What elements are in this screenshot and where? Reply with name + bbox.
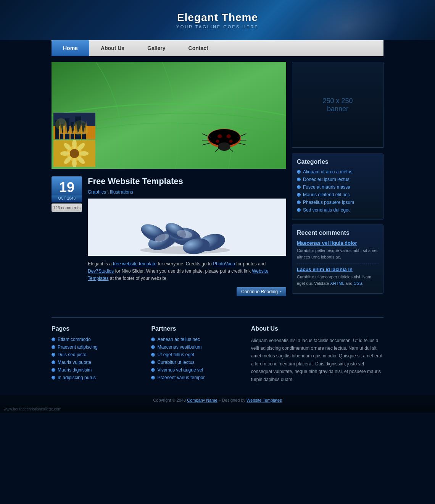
footer-page-6[interactable]: In adipiscing purus: [52, 375, 140, 380]
slider-main-image: [52, 62, 286, 169]
website-templates-footer-link[interactable]: Website Templates: [246, 398, 282, 402]
cat-label-4: Mauris eleifend elit nec: [303, 192, 350, 197]
site-tagline: YOUR TAGLINE GOES HERE: [176, 24, 258, 29]
footer-about-text: Aliquam venenatis nisl a lacus facilisis…: [251, 337, 383, 383]
comment-text-2: Curabitur ullamcorper ultricies nisi. Na…: [297, 274, 379, 286]
svg-point-25: [72, 120, 88, 136]
footer-partner-2[interactable]: Maecenas vestibulum: [151, 344, 239, 350]
company-name-link[interactable]: Company Name: [187, 398, 217, 402]
footer-page-5[interactable]: Mauris dignissim: [52, 367, 140, 373]
nav-item-about[interactable]: About Us: [89, 40, 136, 56]
post-body: Free Website Templates Graphics \ Illust…: [88, 176, 286, 296]
cat-bullet-icon: [297, 178, 301, 181]
footer-partners-col: Partners Aenean ac tellus nec Maecenas v…: [151, 325, 239, 383]
footer-partner-3[interactable]: Ut eget tellus eget: [151, 352, 239, 357]
cat-item-1[interactable]: Aliquam ut arcu a metus: [297, 169, 379, 174]
bullet-icon: [151, 368, 155, 372]
svg-point-28: [70, 149, 79, 158]
categories-widget: Categories Aliquam ut arcu a metus Donec…: [292, 153, 383, 220]
slider-thumb-1[interactable]: [53, 113, 95, 139]
post-title: Free Website Templates: [88, 176, 286, 186]
cat-bullet-icon: [297, 200, 301, 204]
copyright-text1: Copyright © 2048: [153, 398, 187, 402]
footer-columns: Pages Etiam commodo Praesent adipiscing …: [52, 317, 383, 383]
cat-item-5[interactable]: Phasellus posuere ipsum: [297, 200, 379, 205]
slider-thumb-2[interactable]: [53, 140, 95, 167]
dev7studios-link[interactable]: Dev7Studios: [88, 268, 114, 274]
comment-title-2[interactable]: Lacus enim id lacinia in: [297, 267, 379, 272]
cat-label-5: Phasellus posuere ipsum: [303, 200, 354, 205]
cat-bullet-icon: [297, 170, 301, 174]
post-text: Elegant is a free website template for e…: [88, 260, 286, 283]
post-categories: Graphics \ Illustrations: [88, 189, 286, 195]
footer-page-1[interactable]: Etiam commodo: [52, 337, 140, 342]
photovaco-link[interactable]: PhotoVaco: [213, 261, 235, 267]
free-template-link[interactable]: free website template: [113, 261, 156, 267]
date-number: 19: [52, 176, 82, 195]
bullet-icon: [151, 345, 155, 349]
image-slider[interactable]: [52, 62, 286, 169]
copyright-bar: Copyright © 2048 Company Name – Designed…: [0, 395, 435, 405]
svg-point-35: [60, 151, 69, 156]
site-header: Elegant Theme YOUR TAGLINE GOES HERE: [0, 0, 435, 40]
bullet-icon: [52, 376, 55, 380]
nav-item-home[interactable]: Home: [52, 40, 89, 56]
status-url: www.heritagechristiancollege.com: [4, 407, 61, 411]
svg-point-6: [229, 140, 232, 143]
svg-point-31: [79, 151, 89, 156]
recent-comments-title: Recent comments: [297, 229, 379, 236]
cat-label-6: Sed venenatis dui eget: [303, 207, 350, 213]
cat-graphics-link[interactable]: Graphics: [88, 189, 106, 195]
cat-item-2[interactable]: Donec eu ipsum lectus: [297, 177, 379, 182]
nav-item-gallery[interactable]: Gallery: [136, 40, 177, 56]
footer-about-col: About Us Aliquam venenatis nisl a lacus …: [251, 325, 383, 383]
bullet-icon: [151, 353, 155, 357]
footer-partner-6[interactable]: Praesent varius tempor: [151, 375, 239, 380]
bullet-icon: [151, 376, 155, 380]
date-month-year: OCT 2048: [52, 195, 82, 202]
footer-partner-5[interactable]: Vivamus vel augue vel: [151, 367, 239, 373]
post-comments-count[interactable]: 123 comments: [52, 204, 82, 212]
main-wrapper: 19 OCT 2048 123 comments Free Website Te…: [52, 56, 383, 310]
cat-illustrations-link[interactable]: Illustrations: [110, 189, 133, 195]
sidebar-banner[interactable]: 250 x 250 banner: [292, 62, 383, 148]
cat-bullet-icon: [297, 208, 301, 212]
browser-status-bar: www.heritagechristiancollege.com: [0, 405, 435, 413]
website-templates-link[interactable]: Website Templates: [88, 268, 268, 281]
copyright-text2: – Designed by: [218, 398, 246, 402]
bullet-icon: [151, 360, 155, 364]
footer-pages-col: Pages Etiam commodo Praesent adipiscing …: [52, 325, 140, 383]
cat-item-4[interactable]: Mauris eleifend elit nec: [297, 192, 379, 197]
sidebar-divider: [297, 263, 379, 263]
footer-page-3[interactable]: Duis sed justo: [52, 352, 140, 357]
svg-point-24: [55, 118, 67, 130]
bullet-icon: [52, 360, 55, 364]
footer-partner-1[interactable]: Aenean ac tellus nec: [151, 337, 239, 342]
cat-label-2: Donec eu ipsum lectus: [303, 177, 349, 182]
svg-rect-20: [65, 118, 69, 139]
cat-item-6[interactable]: Sed venenatis dui eget: [297, 207, 379, 213]
cat-item-3[interactable]: Fusce at mauris massa: [297, 184, 379, 190]
svg-point-5: [216, 140, 219, 143]
css-link[interactable]: CSS: [354, 281, 362, 286]
footer-pages-title: Pages: [52, 325, 140, 332]
nav-item-contact[interactable]: Contact: [177, 40, 220, 56]
continue-reading-button[interactable]: Continue Reading: [237, 287, 286, 296]
blog-post: 19 OCT 2048 123 comments Free Website Te…: [52, 176, 286, 296]
footer-page-2[interactable]: Praesent adipiscing: [52, 344, 140, 350]
banner-text: 250 x 250 banner: [322, 97, 353, 113]
slider-thumbnails: [52, 111, 97, 169]
footer-page-4[interactable]: Mauris vulputate: [52, 360, 140, 365]
categories-title: Categories: [297, 158, 379, 165]
svg-point-7: [218, 142, 230, 151]
bullet-icon: [52, 353, 55, 357]
comment-title-1[interactable]: Maecenas vel liqula dolor: [297, 240, 379, 246]
main-content: 19 OCT 2048 123 comments Free Website Te…: [52, 62, 286, 304]
footer-partner-4[interactable]: Curabitur ut lectus: [151, 360, 239, 365]
main-nav: Home About Us Gallery Contact: [52, 40, 383, 56]
xhtml-link[interactable]: XHTML: [330, 281, 344, 286]
bullet-icon: [52, 368, 55, 372]
footer-about-title: About Us: [251, 325, 383, 332]
bullet-icon: [151, 338, 155, 341]
recent-comments-widget: Recent comments Maecenas vel liqula dolo…: [292, 225, 383, 294]
